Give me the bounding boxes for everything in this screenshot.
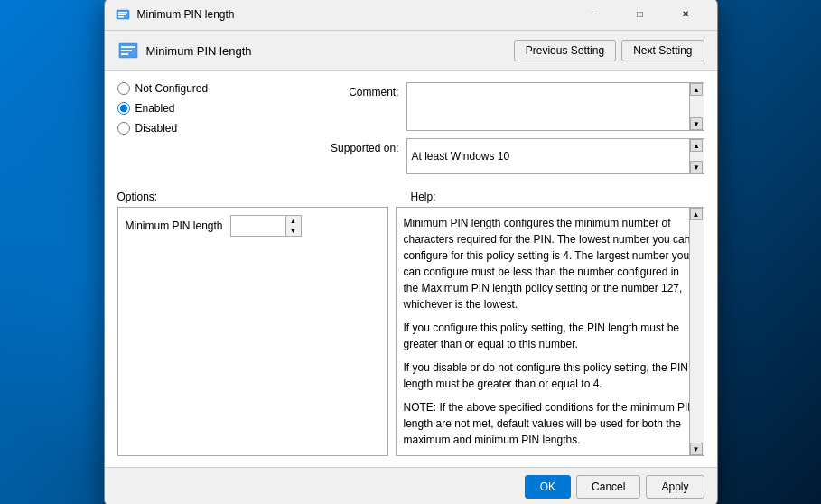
maximize-button[interactable]: □ [620, 2, 661, 27]
not-configured-radio[interactable] [117, 82, 130, 95]
supported-scrollbar: ▲ ▼ [690, 138, 704, 174]
pin-length-input[interactable]: 4 [231, 216, 285, 236]
supported-row: Supported on: At least Windows 10 ▲ ▼ [316, 138, 704, 174]
comment-field-container: ▲ ▼ [406, 82, 704, 131]
supported-scroll-down[interactable]: ▼ [690, 161, 703, 173]
next-setting-button[interactable]: Next Setting [621, 40, 704, 61]
comment-row: Comment: ▲ ▼ [316, 82, 704, 131]
help-scroll-down[interactable]: ▼ [690, 443, 703, 455]
title-bar-left: Minimum PIN length [116, 7, 235, 22]
radio-section: Not Configured Enabled Disabled [117, 82, 316, 182]
supported-scroll-up[interactable]: ▲ [690, 139, 703, 152]
navigation-buttons: Previous Setting Next Setting [514, 40, 704, 61]
options-help-labels: Options: Help: [117, 189, 704, 203]
action-buttons-row: OK Cancel Apply [105, 467, 717, 504]
comment-textarea[interactable] [406, 82, 690, 131]
supported-label: Supported on: [316, 138, 406, 154]
supported-value: At least Windows 10 [406, 138, 690, 174]
disabled-label[interactable]: Disabled [135, 122, 178, 135]
right-section: Comment: ▲ ▼ Support [316, 82, 704, 182]
disabled-row: Disabled [117, 122, 316, 135]
comment-scrollbar: ▲ ▼ [690, 82, 704, 131]
window-title: Minimum PIN length [137, 8, 235, 21]
header-policy-icon [117, 40, 139, 61]
svg-rect-7 [121, 53, 128, 55]
policy-dialog: Minimum PIN length − □ ✕ Minimum PIN len… [104, 0, 718, 504]
scroll-down-arrow[interactable]: ▼ [690, 117, 703, 130]
disabled-radio[interactable] [117, 122, 130, 135]
spinner-up-button[interactable]: ▲ [286, 216, 301, 226]
help-scrollbar: ▲ ▼ [689, 208, 704, 455]
top-section: Not Configured Enabled Disabled Comment: [117, 82, 704, 182]
not-configured-row: Not Configured [117, 82, 316, 95]
previous-setting-button[interactable]: Previous Setting [514, 40, 616, 61]
enabled-row: Enabled [117, 102, 316, 115]
dialog-header-title: Minimum PIN length [146, 44, 252, 58]
dialog-header-left: Minimum PIN length [117, 40, 252, 61]
svg-rect-3 [118, 16, 124, 18]
enabled-radio[interactable] [117, 102, 130, 115]
help-para-1: Minimum PIN length configures the minimu… [404, 215, 696, 313]
options-panel: Minimum PIN length 4 ▲ ▼ [117, 207, 388, 456]
svg-rect-6 [121, 50, 132, 51]
svg-rect-1 [118, 12, 127, 14]
help-header-label: Help: [411, 191, 704, 203]
policy-title-icon [116, 7, 130, 22]
spinner-buttons: ▲ ▼ [285, 216, 301, 236]
min-pin-option-row: Minimum PIN length 4 ▲ ▼ [126, 215, 380, 237]
comment-label: Comment: [316, 82, 406, 98]
apply-button[interactable]: Apply [646, 475, 704, 499]
options-header-label: Options: [117, 191, 411, 203]
svg-rect-5 [121, 46, 135, 48]
ok-button[interactable]: OK [525, 475, 571, 499]
enabled-label[interactable]: Enabled [135, 102, 175, 115]
dialog-content: Not Configured Enabled Disabled Comment: [105, 71, 717, 467]
close-button[interactable]: ✕ [665, 2, 706, 27]
title-bar: Minimum PIN length − □ ✕ [105, 0, 717, 31]
supported-container: At least Windows 10 ▲ ▼ [406, 138, 704, 174]
spinner-down-button[interactable]: ▼ [286, 226, 301, 236]
help-text-content: Minimum PIN length configures the minimu… [404, 215, 696, 448]
scroll-up-arrow[interactable]: ▲ [690, 83, 703, 96]
title-buttons: − □ ✕ [574, 2, 706, 27]
spinner-container: 4 ▲ ▼ [230, 215, 302, 237]
dialog-header: Minimum PIN length Previous Setting Next… [105, 31, 717, 71]
cancel-button[interactable]: Cancel [576, 475, 640, 499]
supported-field-container: At least Windows 10 ▲ ▼ [406, 138, 704, 174]
not-configured-label[interactable]: Not Configured [135, 82, 209, 95]
comment-container: ▲ ▼ [406, 82, 704, 131]
panels-row: Minimum PIN length 4 ▲ ▼ Minimum PIN len… [117, 207, 704, 456]
help-panel: Minimum PIN length configures the minimu… [396, 207, 704, 456]
help-para-2: If you configure this policy setting, th… [404, 320, 696, 352]
svg-rect-2 [118, 14, 126, 15]
min-pin-label: Minimum PIN length [126, 219, 223, 232]
help-para-3: If you disable or do not configure this … [404, 359, 696, 392]
minimize-button[interactable]: − [574, 2, 616, 27]
help-scroll-up[interactable]: ▲ [690, 208, 703, 220]
help-para-4: NOTE: If the above specified conditions … [404, 399, 696, 448]
